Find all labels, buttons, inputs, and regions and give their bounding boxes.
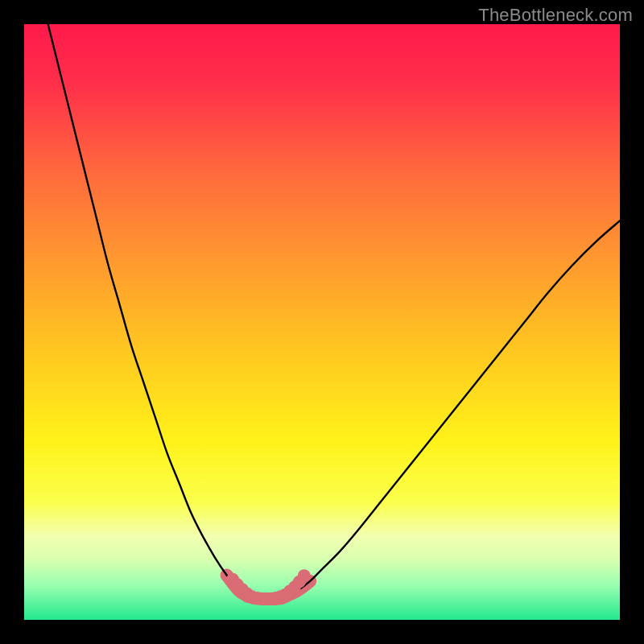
marker-dot xyxy=(298,569,311,582)
gradient-background xyxy=(24,24,620,620)
plot-area xyxy=(24,24,620,620)
watermark-text: TheBottleneck.com xyxy=(478,5,633,26)
chart-svg xyxy=(24,24,620,620)
chart-frame: TheBottleneck.com xyxy=(0,0,644,644)
